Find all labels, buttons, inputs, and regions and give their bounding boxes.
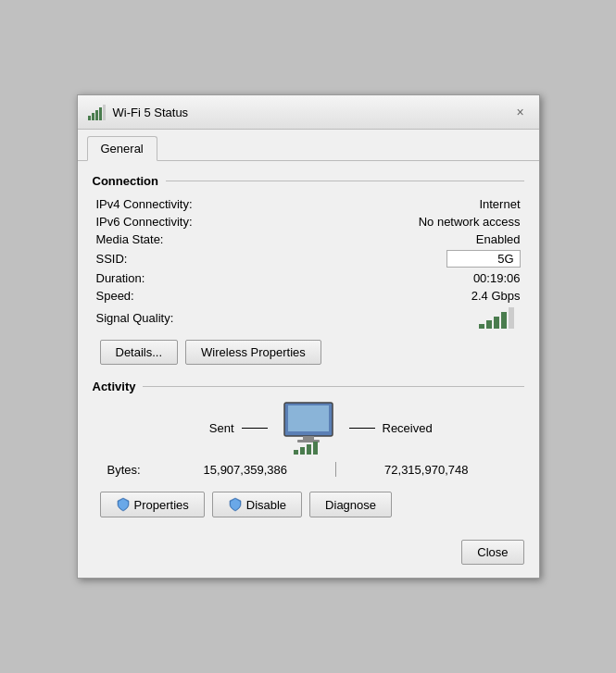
table-row: SSID: 5G [93,248,524,269]
connection-section: Connection IPv4 Connectivity: Internet I… [93,174,524,365]
table-row: Speed: 2.4 Gbps [93,287,524,305]
close-icon[interactable]: × [511,103,530,121]
connection-table: IPv4 Connectivity: Internet IPv6 Connect… [93,195,524,330]
titlebar: Wi-Fi 5 Status × [78,95,539,130]
speed-label: Speed: [93,287,303,305]
wireless-properties-button[interactable]: Wireless Properties [185,340,321,365]
media-value: Enabled [303,231,524,248]
svg-rect-2 [95,110,98,120]
activity-section: Activity Sent [93,380,524,480]
bytes-row: Bytes: 15,907,359,386 72,315,970,748 [100,458,517,480]
duration-label: Duration: [93,269,303,287]
duration-value: 00:19:06 [303,269,524,287]
sent-dash [242,428,268,429]
ipv4-label: IPv4 Connectivity: [93,195,303,213]
svg-rect-0 [88,116,91,120]
sent-label: Sent [209,421,234,435]
mini-signal-bars [293,440,324,455]
computer-icon [283,401,334,443]
table-row: Duration: 00:19:06 [93,269,524,287]
signal-label: Signal Quality: [93,305,303,330]
ipv6-value: No network access [303,213,524,231]
bytes-sent-value: 15,907,359,386 [163,463,329,477]
svg-rect-9 [509,307,514,329]
svg-rect-8 [501,312,507,329]
svg-rect-11 [288,405,329,431]
activity-header: Activity [93,380,524,393]
section-divider [166,181,524,181]
svg-rect-7 [494,317,499,329]
received-dash [349,428,375,429]
wifi-status-window: Wi-Fi 5 Status × General Connection IPv4… [77,94,540,579]
signal-bars-svg [478,306,521,329]
shield-disable-icon [228,497,243,512]
properties-button[interactable]: Properties [100,492,205,517]
tab-general[interactable]: General [87,136,157,161]
tabs-bar: General [78,130,539,161]
close-button[interactable]: Close [461,540,523,565]
connection-title: Connection [93,174,159,188]
speed-value: 2.4 Gbps [303,287,524,305]
ssid-value: 5G [446,250,521,268]
media-label: Media State: [93,231,303,248]
pc-icon-container [283,401,334,455]
connection-buttons: Details... Wireless Properties [93,340,524,365]
svg-rect-3 [99,107,102,120]
wifi-icon [87,104,106,120]
activity-content: Sent [93,401,524,480]
svg-rect-15 [300,447,305,455]
table-row: Signal Quality: [93,305,524,330]
ssid-label: SSID: [93,248,303,269]
activity-title: Activity [93,380,136,393]
details-button[interactable]: Details... [100,340,179,365]
connection-header: Connection [93,174,524,188]
footer: Close [78,530,539,578]
svg-rect-4 [103,105,106,120]
window-title: Wi-Fi 5 Status [113,106,189,119]
signal-bars-cell [303,305,524,330]
svg-rect-14 [294,450,298,455]
content-area: Connection IPv4 Connectivity: Internet I… [78,161,539,530]
diagnose-button[interactable]: Diagnose [309,492,392,517]
titlebar-left: Wi-Fi 5 Status [87,104,189,120]
table-row: IPv4 Connectivity: Internet [93,195,524,213]
disable-button[interactable]: Disable [212,492,302,517]
bytes-received-value: 72,315,970,748 [344,463,509,477]
svg-rect-16 [307,444,311,455]
ipv4-value: Internet [303,195,524,213]
table-row: IPv6 Connectivity: No network access [93,213,524,231]
network-icon-row: Sent [100,401,517,455]
bottom-buttons: Properties Disable Diagnose [93,492,524,517]
ssid-value-cell: 5G [303,248,524,269]
bytes-label: Bytes: [107,463,163,477]
shield-properties-icon [116,497,131,512]
signal-quality-bars [307,306,521,329]
received-label: Received [383,421,433,435]
svg-rect-5 [479,324,484,329]
table-row: Media State: Enabled [93,231,524,248]
svg-rect-17 [313,442,318,455]
svg-rect-6 [486,320,492,329]
ipv6-label: IPv6 Connectivity: [93,213,303,231]
svg-rect-1 [92,113,94,120]
bytes-divider [335,462,336,477]
section-divider-activity [143,386,523,387]
